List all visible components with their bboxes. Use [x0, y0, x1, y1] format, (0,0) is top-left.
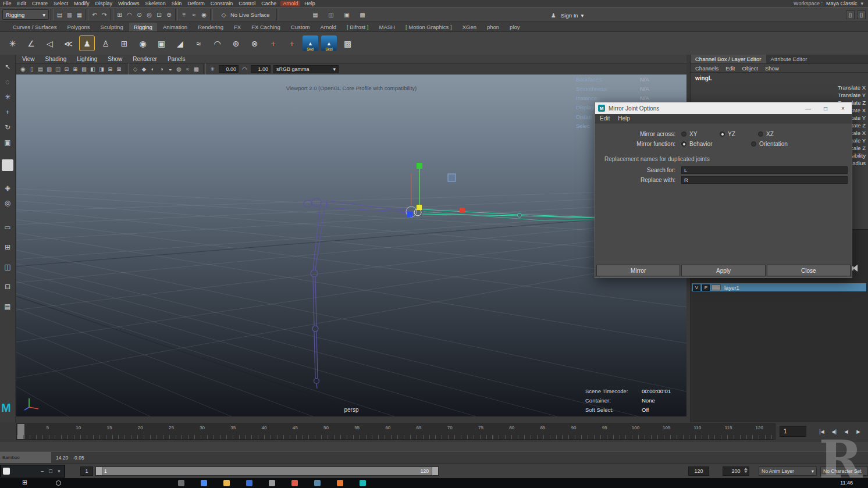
menu-set-selector[interactable]: Rigging ▾ — [2, 9, 49, 20]
skeleton-bake-icon[interactable]: ▲Skel — [321, 35, 337, 51]
pose-interpolator-icon[interactable]: ⊗ — [247, 35, 262, 51]
construction-history-icon[interactable]: ◉ — [200, 10, 208, 20]
tab-attribute-editor[interactable]: Attribute Editor — [766, 55, 812, 63]
range-slider[interactable]: 1 120 — [95, 466, 439, 476]
open-render-view-icon[interactable]: ▦ — [311, 10, 320, 20]
menu-item[interactable]: Control — [236, 1, 258, 6]
image-plane-icon[interactable]: ◫ — [54, 65, 62, 73]
taskbar-clock[interactable]: 11:46 — [840, 480, 853, 486]
joint-tool-icon[interactable]: ✳ — [5, 35, 20, 51]
shelf-tab[interactable]: FX — [229, 23, 246, 31]
go-to-start-button[interactable]: |◀ — [817, 426, 827, 436]
shelf-tab[interactable]: Rendering — [193, 23, 228, 31]
menu-item[interactable]: Select — [51, 1, 71, 6]
layer-playback-toggle[interactable]: P — [702, 284, 710, 291]
play-forward-button[interactable]: ▶ — [853, 426, 863, 436]
minimize-icon[interactable]: – — [41, 468, 44, 474]
mirror-button[interactable]: Mirror — [596, 265, 680, 276]
menu-item[interactable]: Skin — [169, 1, 185, 6]
taskbar-browser-icon[interactable] — [201, 480, 207, 486]
wrap-deformer-icon[interactable]: ◢ — [172, 35, 188, 51]
attribute-row[interactable]: Translate Y — [691, 91, 868, 99]
ik-handle-tool-icon[interactable]: ∠ — [23, 35, 39, 51]
field-chart-icon[interactable]: ▧ — [80, 65, 88, 73]
maya-taskbar-icon[interactable] — [360, 480, 366, 486]
anim-layer-dropdown[interactable]: No Anim Layer ▾ — [759, 466, 817, 476]
shelf-tab[interactable]: Curves / Surfaces — [8, 23, 62, 31]
mirror-across-radio[interactable]: YZ — [720, 131, 758, 137]
shelf-tab[interactable]: [ Bifrost ] — [342, 23, 373, 31]
panel-menu-item[interactable]: Show — [108, 56, 122, 62]
viewport-canvas[interactable]: Viewport 2.0 (OpenGL Core Profile with c… — [16, 74, 686, 416]
wireframe-mode-icon[interactable]: ◇ — [131, 65, 140, 73]
start-button-icon[interactable]: ⊞ — [22, 479, 27, 486]
layer-row[interactable]: V P layer1 — [692, 283, 866, 291]
gamma-field[interactable]: 1.00 — [251, 65, 271, 73]
save-scene-icon[interactable]: ▦ — [75, 10, 84, 20]
sidebar-toggle-icon[interactable]: ▯ — [846, 10, 855, 19]
shelf-tab[interactable]: ploy — [505, 23, 524, 31]
sign-in-button[interactable]: ♟ Sign In ▾ — [546, 10, 587, 20]
mirror-function-radio[interactable]: Behavior — [681, 141, 751, 147]
taskbar-app-icon[interactable] — [337, 480, 343, 486]
snap-to-view-plane-icon[interactable]: ⊡ — [155, 10, 163, 20]
anti-alias-icon[interactable]: ▩ — [192, 65, 201, 73]
insert-joint-icon[interactable]: ≪ — [61, 35, 76, 51]
isolate-select-icon[interactable]: ⊞ — [71, 65, 80, 73]
shadows-icon[interactable]: ◒ — [166, 65, 175, 73]
menu-item[interactable]: Help — [301, 1, 318, 6]
make-live-icon[interactable]: ⊕ — [165, 10, 173, 20]
skeleton-generator-icon[interactable]: ▲Skel — [303, 35, 318, 51]
time-slider[interactable]: 5101520253035404550556065707580859095100… — [16, 423, 775, 440]
playback-start-field[interactable]: 1 — [80, 466, 93, 476]
blend-shape-icon[interactable]: ⊕ — [228, 35, 244, 51]
step-back-button[interactable]: ◀| — [829, 426, 839, 436]
play-backward-button[interactable]: ◀ — [841, 426, 851, 436]
render-settings-icon[interactable]: ▩ — [358, 10, 367, 20]
shelf-tab[interactable]: FX Caching — [247, 23, 285, 31]
channel-box-menu-item[interactable]: Show — [765, 65, 779, 72]
live-surface-indicator[interactable]: ◇ No Live Surface — [219, 10, 270, 20]
custom-layout-icon[interactable]: ▤ — [1, 299, 15, 314]
mirror-joint-icon[interactable]: ♟ — [79, 35, 95, 51]
select-camera-icon[interactable]: ◉ — [19, 65, 27, 73]
resolution-gate-icon[interactable]: ◧ — [88, 65, 97, 73]
panel-menu-item[interactable]: Lighting — [77, 56, 97, 62]
search-for-field[interactable]: L — [681, 166, 848, 174]
ambient-occlusion-icon[interactable]: ◍ — [175, 65, 183, 73]
mirror-function-radio[interactable]: Orientation — [751, 141, 821, 147]
new-scene-icon[interactable]: ▤ — [55, 10, 64, 20]
shelf-tab[interactable]: Animation — [158, 23, 192, 31]
scale-tool-icon[interactable]: ▣ — [1, 135, 15, 150]
render-current-frame-icon[interactable]: ◫ — [327, 10, 336, 20]
workspace-selector[interactable]: Workspace : Maya Classic ▾ — [794, 1, 868, 6]
maximize-icon[interactable]: □ — [49, 468, 52, 474]
taskbar-app-icon[interactable] — [314, 480, 321, 486]
shelf-tab[interactable]: phon — [482, 23, 504, 31]
menu-item[interactable]: Windows — [115, 1, 143, 6]
quick-rig-icon[interactable]: ♙ — [98, 35, 113, 51]
shelf-tab[interactable]: Sculpting — [96, 23, 128, 31]
persp-graph-layout-icon[interactable]: ⊟ — [1, 279, 15, 294]
output-connections-icon[interactable]: ≈ — [190, 10, 198, 20]
camera-bookmarks-icon[interactable]: ▥ — [45, 65, 54, 73]
move-tool-icon[interactable]: + — [1, 105, 15, 120]
close-button[interactable]: Close — [767, 265, 851, 276]
replace-with-field[interactable]: R — [681, 176, 848, 184]
dialog-menu-edit[interactable]: Edit — [600, 115, 610, 122]
paint-select-tool-icon[interactable]: ✳ — [1, 90, 15, 105]
shelf-tab[interactable]: Custom — [286, 23, 315, 31]
taskbar-app-icon[interactable] — [291, 480, 298, 486]
taskbar-app-icon[interactable] — [269, 480, 275, 486]
tool-settings-toggle-icon[interactable]: ▯ — [857, 10, 866, 19]
undo-icon[interactable]: ↶ — [90, 10, 99, 20]
menu-item[interactable]: Modify — [71, 1, 93, 6]
dialog-menu-help[interactable]: Help — [618, 115, 630, 122]
ik-spline-handle-icon[interactable]: ◁ — [42, 35, 58, 51]
four-pane-layout-icon[interactable]: ⊞ — [1, 240, 15, 255]
panel-menu-item[interactable]: Renderer — [133, 56, 157, 62]
close-icon[interactable]: × — [58, 468, 61, 474]
menu-item[interactable]: Edit — [15, 1, 30, 6]
taskbar-app-icon[interactable] — [178, 480, 184, 486]
soft-mod-tool-icon[interactable]: ◈ — [1, 180, 15, 195]
